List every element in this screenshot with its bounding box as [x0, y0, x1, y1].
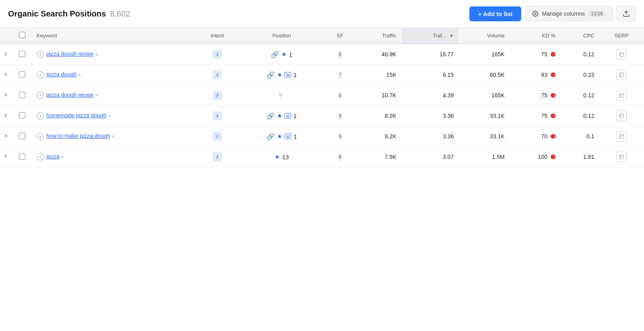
row-expand[interactable] [0, 106, 12, 126]
row-checkbox-cell[interactable] [12, 147, 32, 167]
table-row: + pizza dough recipe » I🔗★1640.9K16.7716… [0, 44, 644, 65]
th-position[interactable]: Position [239, 28, 325, 44]
row-checkbox-cell[interactable] [12, 106, 32, 126]
add-keyword-icon[interactable]: + [37, 92, 44, 99]
volume-cell: 33.1K [458, 106, 509, 126]
traffic-value: 7.5K [385, 154, 396, 160]
intent-cell: I [196, 65, 239, 85]
keyword-link[interactable]: pizza [46, 153, 60, 160]
serp-cell[interactable] [599, 85, 644, 106]
row-checkbox[interactable] [19, 51, 25, 57]
position-cell: 🔗★⊞1 [239, 126, 325, 147]
row-checkbox[interactable] [19, 153, 25, 160]
add-to-list-button[interactable]: + Add to list [469, 6, 522, 21]
keyword-arrow-icon: » [112, 134, 115, 139]
cpc-cell: 1.81 [560, 147, 599, 167]
results-table: Keyword Intent Position SF Traffic [0, 28, 644, 167]
serp-button[interactable] [616, 131, 627, 142]
row-checkbox[interactable] [19, 71, 25, 78]
keyword-link[interactable]: homemade pizza dough [46, 112, 106, 119]
row-checkbox[interactable] [19, 112, 25, 119]
add-keyword-icon[interactable]: + [37, 133, 44, 140]
intent-cell: I [196, 126, 239, 147]
row-checkbox[interactable] [19, 92, 25, 98]
traffic-value: 8.2K [385, 113, 396, 119]
header: Organic Search Positions 8,602 + Add to … [0, 0, 644, 28]
select-all-checkbox[interactable] [19, 32, 25, 38]
serp-button[interactable] [616, 70, 627, 80]
kd-difficulty-dot [551, 113, 555, 118]
traffic-pct-value: 3.07 [443, 154, 454, 160]
chevron-right-icon[interactable] [5, 154, 8, 158]
position-value: 1 [293, 133, 297, 140]
row-expand[interactable] [0, 126, 12, 147]
traffic-pct-value: 3.36 [443, 133, 454, 140]
add-keyword-icon[interactable]: + [37, 153, 44, 160]
keyword-link[interactable]: pizza dough [46, 71, 77, 78]
row-expand[interactable] [0, 65, 12, 85]
position-cell: 🔗★⊞1 [239, 65, 325, 85]
traffic-cell: 10.7K [355, 85, 401, 106]
volume-value: 165K [491, 51, 505, 58]
th-kd[interactable]: KD % [510, 28, 560, 44]
th-serp[interactable]: SERP [599, 28, 644, 44]
serp-button[interactable] [616, 90, 627, 101]
row-expand[interactable] [0, 85, 12, 106]
cpc-value: 0.23 [583, 72, 594, 78]
chevron-right-icon[interactable] [5, 113, 8, 117]
row-checkbox-cell[interactable] [12, 44, 32, 65]
keyword-link[interactable]: pizza dough recipe [46, 92, 94, 98]
export-button[interactable] [617, 6, 636, 22]
image-icon: ⊞ [285, 113, 291, 119]
keyword-cell: + pizza » [32, 147, 196, 167]
volume-value: 33.1K [490, 133, 505, 140]
keyword-cell: + how to make pizza dough » [32, 126, 196, 147]
chevron-right-icon[interactable] [5, 72, 8, 76]
cpc-value: 0.12 [583, 92, 594, 99]
th-check[interactable] [12, 28, 32, 44]
manage-columns-button[interactable]: Manage columns 11/16 [525, 6, 613, 21]
chevron-right-icon[interactable] [5, 134, 8, 138]
serp-cell[interactable] [599, 106, 644, 126]
serp-cell[interactable] [599, 44, 644, 65]
row-checkbox-cell[interactable] [12, 85, 32, 106]
row-checkbox-cell[interactable] [12, 126, 32, 147]
intent-badge: I [213, 111, 222, 120]
serp-button[interactable] [616, 49, 627, 60]
th-intent[interactable]: Intent [196, 28, 239, 44]
chevron-right-icon[interactable] [5, 93, 8, 97]
traffic-pct-cell: 3.36 [401, 106, 459, 126]
row-checkbox-cell[interactable] [12, 65, 32, 85]
kd-value: 75 [541, 92, 547, 99]
intent-cell: I [196, 85, 239, 106]
row-expand[interactable] [0, 147, 12, 167]
serp-cell[interactable] [599, 65, 644, 85]
add-keyword-icon[interactable]: + [37, 71, 44, 78]
serp-cell[interactable] [599, 147, 644, 167]
th-traffic-pct[interactable]: Traf... ▼ [401, 28, 459, 44]
th-sf[interactable]: SF [325, 28, 355, 44]
th-cpc[interactable]: CPC [560, 28, 599, 44]
kd-cell: 75 [510, 85, 560, 106]
row-checkbox[interactable] [19, 133, 25, 139]
th-keyword[interactable]: Keyword [32, 28, 196, 44]
traffic-cell: 15K [355, 65, 401, 85]
kd-difficulty-dot [551, 93, 555, 98]
serp-button[interactable] [616, 111, 627, 121]
serp-cell[interactable] [599, 126, 644, 147]
serp-button[interactable] [616, 152, 627, 162]
th-traffic[interactable]: Traffic [355, 28, 401, 44]
traffic-value: 10.7K [382, 92, 396, 99]
sf-cell: 7 [325, 65, 355, 85]
keyword-link[interactable]: pizza dough recipe [46, 51, 94, 57]
keyword-link[interactable]: how to make pizza dough [46, 133, 110, 139]
kd-cell: 100 [510, 147, 560, 167]
row-expand[interactable] [0, 44, 12, 65]
kd-value: 75 [541, 51, 547, 58]
add-keyword-icon[interactable]: + [37, 51, 44, 58]
th-volume[interactable]: Volume [458, 28, 509, 44]
sf-value: 9 [339, 113, 342, 119]
add-keyword-icon[interactable]: + [37, 112, 44, 119]
chevron-right-icon[interactable] [5, 52, 8, 56]
svg-point-0 [535, 13, 536, 14]
